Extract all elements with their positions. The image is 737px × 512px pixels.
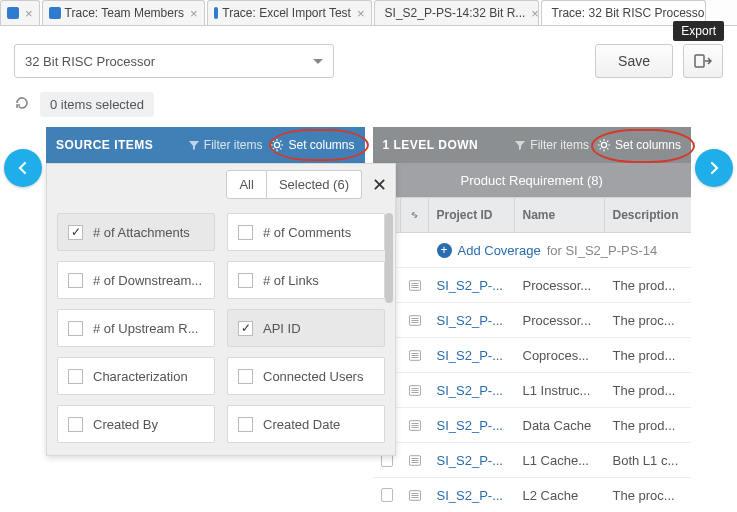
cell-description: Both L1 c... [605,453,692,468]
table-header: Project ID Name Description [373,197,692,233]
column-option[interactable]: Connected Users [227,357,385,395]
col-name[interactable]: Name [515,198,605,232]
item-type-icon [401,349,429,362]
cell-project-id[interactable]: SI_S2_P-... [429,348,515,363]
column-option-label: # of Comments [263,225,351,240]
cell-description: The prod... [605,348,692,363]
checkbox[interactable] [238,273,253,288]
column-option[interactable]: # of Upstream R... [57,309,215,347]
filter-items-button[interactable]: Filter items [514,138,589,152]
table-row[interactable]: SI_S2_P-...L1 Instruc...The prod... [373,373,692,408]
cell-name: Coproces... [515,348,605,363]
colpicker-tab-selected[interactable]: Selected (6) [267,170,362,199]
checkbox[interactable] [238,321,253,336]
tab-icon [214,7,219,19]
tab-item[interactable]: SI_S2_P-PS-14:32 Bit R... × [374,0,539,25]
nav-left-button[interactable] [4,149,42,187]
column-option[interactable]: Characterization [57,357,215,395]
item-type-icon [401,279,429,292]
svg-point-1 [275,142,280,147]
refresh-icon[interactable] [14,95,30,114]
table-row[interactable]: SI_S2_P-...Coproces...The prod... [373,338,692,373]
tab-item[interactable]: Trace: Excel Import Test × [207,0,372,25]
add-coverage-link[interactable]: Add Coverage [458,243,541,258]
cell-description: The prod... [605,418,692,433]
column-option-label: # of Attachments [93,225,190,240]
colpicker-tab-all[interactable]: All [226,170,266,199]
cell-project-id[interactable]: SI_S2_P-... [429,313,515,328]
set-columns-button[interactable]: Set columns [597,138,681,152]
checkbox[interactable] [68,369,83,384]
tab-label: Trace: 32 Bit RISC Processo... [552,6,706,20]
checkbox[interactable] [68,321,83,336]
export-button[interactable]: Export [683,44,723,78]
downstream-subtitle: Product Requirement (8) [373,163,692,197]
selection-bar: 0 items selected [0,88,737,127]
col-relationship[interactable] [401,198,429,232]
processor-select[interactable]: 32 Bit RISC Processor [14,44,334,78]
checkbox[interactable] [238,369,253,384]
column-option[interactable]: # of Downstream... [57,261,215,299]
source-pane-header: SOURCE ITEMS Filter items Set columns [46,127,365,163]
column-option[interactable]: # of Comments [227,213,385,251]
cell-description: The proc... [605,313,692,328]
checkbox[interactable] [238,225,253,240]
column-option-label: API ID [263,321,301,336]
checkbox[interactable] [68,417,83,432]
item-type-icon [401,384,429,397]
table-row[interactable]: SI_S2_P-...Processor...The prod... [373,268,692,303]
checkbox[interactable] [68,273,83,288]
tab-label: SI_S2_P-PS-14:32 Bit R... [385,6,526,20]
coverage-for-label: for SI_S2_P-PS-14 [547,243,658,258]
close-icon[interactable]: × [529,6,538,21]
column-option[interactable]: # of Links [227,261,385,299]
cell-project-id[interactable]: SI_S2_P-... [429,488,515,503]
col-project-id[interactable]: Project ID [429,198,515,232]
nav-right-button[interactable] [695,149,733,187]
svg-point-2 [601,142,606,147]
table-row[interactable]: SI_S2_P-...Data CacheThe prod... [373,408,692,443]
tab-bar: × Trace: Team Members × Trace: Excel Imp… [0,0,737,26]
col-description[interactable]: Description [605,198,692,232]
set-columns-button[interactable]: Set columns [270,138,354,152]
cell-name: L1 Cache... [515,453,605,468]
checkbox[interactable] [68,225,83,240]
downstream-pane: 1 LEVEL DOWN Filter items Set columns Pr… [373,127,692,512]
table-row[interactable]: SI_S2_P-...Processor...The proc... [373,303,692,338]
row-checkbox[interactable] [373,488,401,502]
column-option[interactable]: # of Attachments [57,213,215,251]
table-row[interactable]: SI_S2_P-...L1 Cache...Both L1 c... [373,443,692,478]
tab-item[interactable]: Trace: Team Members × [42,0,205,25]
close-icon[interactable]: × [23,6,33,21]
column-option-label: Connected Users [263,369,363,384]
column-option[interactable]: Created Date [227,405,385,443]
cell-project-id[interactable]: SI_S2_P-... [429,278,515,293]
cell-project-id[interactable]: SI_S2_P-... [429,418,515,433]
filter-items-button[interactable]: Filter items [188,138,263,152]
checkbox[interactable] [238,417,253,432]
chevron-down-icon [313,59,323,64]
scrollbar[interactable] [385,213,393,447]
column-picker: All Selected (6) ✕ # of Attachments# of … [46,163,396,456]
save-button[interactable]: Save [595,44,673,78]
tab-icon [7,7,19,19]
gear-icon [597,138,611,152]
cell-description: The prod... [605,278,692,293]
close-icon[interactable]: × [355,6,365,21]
export-tooltip: Export [673,21,724,41]
column-option[interactable]: API ID [227,309,385,347]
cell-project-id[interactable]: SI_S2_P-... [429,383,515,398]
column-option[interactable]: Created By [57,405,215,443]
table-row[interactable]: SI_S2_P-...L2 CacheThe proc... [373,478,692,512]
close-icon[interactable]: × [188,6,198,21]
item-type-icon [401,314,429,327]
close-icon[interactable]: ✕ [372,174,387,196]
tab-item[interactable]: × [0,0,40,25]
item-type-icon [401,454,429,467]
gear-icon [270,138,284,152]
cell-description: The prod... [605,383,692,398]
selection-count: 0 items selected [40,92,154,117]
item-type-icon [401,489,429,502]
cell-name: L1 Instruc... [515,383,605,398]
cell-project-id[interactable]: SI_S2_P-... [429,453,515,468]
